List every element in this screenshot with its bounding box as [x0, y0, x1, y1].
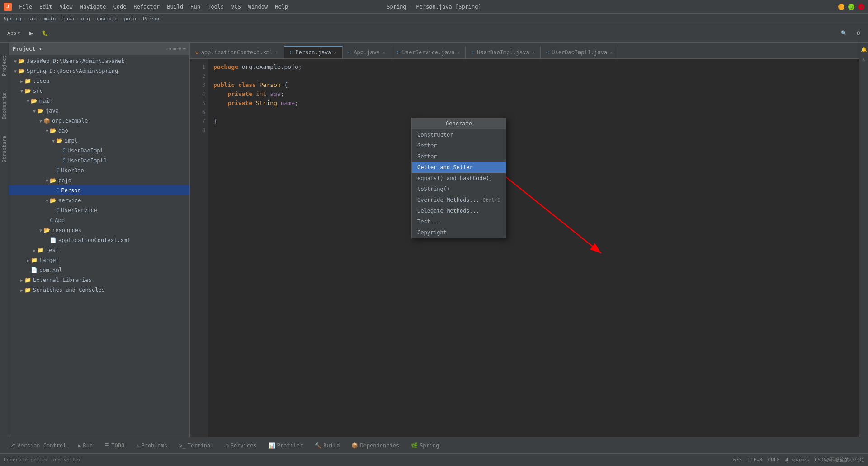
editor-tab-person-java[interactable]: CPerson.java× [284, 46, 343, 58]
cursor-position[interactable]: 6:5 [733, 457, 742, 463]
context-menu-item-test---[interactable]: Test... [412, 216, 506, 227]
menu-help[interactable]: Help [275, 4, 288, 10]
tree-item-impl[interactable]: ▼📂impl [9, 136, 189, 146]
indent-setting[interactable]: 4 spaces [785, 457, 809, 463]
tree-item-target[interactable]: ▶📁target [9, 255, 189, 265]
bottom-tab-profiler[interactable]: 📊 Profiler [263, 441, 309, 451]
bottom-tab-spring[interactable]: 🌿 Spring [406, 441, 444, 451]
tree-item-applicationcontext-xml[interactable]: 📄applicationContext.xml [9, 235, 189, 245]
close-button[interactable]: × [858, 4, 864, 10]
debug-button[interactable]: 🐛 [38, 29, 52, 38]
sidebar-tab-project[interactable]: Project [0, 52, 9, 80]
editor-tab-userdaoimpl-java[interactable]: CUserDaoImpl.java× [466, 46, 540, 58]
settings-button[interactable]: ⚙ [853, 29, 864, 38]
tree-item-java[interactable]: ▼📂java [9, 106, 189, 116]
tree-item-src[interactable]: ▼📂src [9, 86, 189, 96]
breadcrumb-part[interactable]: org [81, 16, 90, 22]
editor-tab-userservice-java[interactable]: CUserService.java× [391, 46, 466, 58]
hide-panel-icon[interactable]: − [183, 46, 186, 52]
breadcrumb-part[interactable]: java [62, 16, 75, 22]
tab-close-button[interactable]: × [457, 50, 460, 55]
context-menu-item-override-methods---[interactable]: Override Methods...Ctrl+O [412, 195, 506, 205]
expand-all-icon[interactable]: ⊕ [169, 46, 172, 52]
breadcrumb-part[interactable]: Spring [4, 16, 22, 22]
tree-item-external-libraries[interactable]: ▶📁External Libraries [9, 275, 189, 285]
bottom-tab-services[interactable]: ⚙ Services [220, 441, 262, 451]
editor-tab-app-java[interactable]: CApp.java× [343, 46, 391, 58]
run-config-button[interactable]: App ▾ [4, 29, 24, 38]
menu-vcs[interactable]: VCS [231, 4, 241, 10]
tree-item-scratches-and-consoles[interactable]: ▶📁Scratches and Consoles [9, 285, 189, 295]
tree-item-pojo[interactable]: ▼📂pojo [9, 176, 189, 185]
breadcrumb-part[interactable]: example [97, 16, 118, 22]
sidebar-tab-structure[interactable]: Structure [0, 132, 9, 166]
minimize-button[interactable]: − [838, 4, 844, 10]
context-menu-item-constructor[interactable]: Constructor [412, 129, 506, 140]
breadcrumb-part[interactable]: Person [143, 16, 161, 22]
tree-indent [11, 177, 44, 184]
tree-item-service[interactable]: ▼📂service [9, 195, 189, 205]
tree-item-spring-d--users-admin-spring[interactable]: ▼📂Spring D:\Users\Admin\Spring [9, 66, 189, 76]
notifications-icon[interactable]: 🔔 [861, 44, 867, 54]
tree-item-userdao[interactable]: CUserDao [9, 166, 189, 176]
menu-build[interactable]: Build [167, 4, 183, 10]
tab-close-button[interactable]: × [532, 50, 535, 55]
context-menu-item-setter[interactable]: Setter [412, 151, 506, 162]
tab-close-button[interactable]: × [334, 50, 337, 55]
line-separator[interactable]: CRLF [768, 457, 780, 463]
menu-code[interactable]: Code [113, 4, 127, 10]
tree-item-resources[interactable]: ▼📂resources [9, 225, 189, 235]
maximize-button[interactable]: □ [848, 4, 854, 10]
menu-window[interactable]: Window [248, 4, 268, 10]
editor-tab-applicationcontext-xml[interactable]: ⚙applicationContext.xml× [190, 46, 284, 58]
collapse-all-icon[interactable]: ≡ [173, 46, 176, 52]
bottom-tab-build[interactable]: 🔨 Build [309, 441, 345, 451]
tree-item-userdaoimpl[interactable]: CUserDaoImpl [9, 146, 189, 156]
context-menu-item-getter[interactable]: Getter [412, 140, 506, 151]
problems-sidebar-icon[interactable]: ⚠ [861, 55, 867, 64]
bottom-tab-version-control[interactable]: ⎇ Version Control [4, 441, 71, 451]
bottom-tab-run[interactable]: ▶ Run [72, 441, 98, 451]
tab-close-button[interactable]: × [610, 50, 613, 55]
search-everywhere-button[interactable]: 🔍 [837, 29, 851, 38]
context-menu-item-equals---and-hashcode--[interactable]: equals() and hashCode() [412, 173, 506, 184]
context-menu-item-copyright[interactable]: Copyright [412, 227, 506, 238]
code-editor[interactable]: package org.example.pojo; public class P… [208, 59, 859, 437]
menu-refactor[interactable]: Refactor [133, 4, 160, 10]
encoding[interactable]: UTF-8 [747, 457, 762, 463]
tree-item-org-example[interactable]: ▼📦org.example [9, 116, 189, 126]
bottom-tab-problems[interactable]: ⚠ Problems [131, 441, 173, 451]
bottom-tab-dependencies[interactable]: 📦 Dependencies [346, 441, 405, 451]
menu-view[interactable]: View [60, 4, 73, 10]
bottom-tab-todo[interactable]: ☰ TODO [99, 441, 130, 451]
panel-settings-icon[interactable]: ⚙ [178, 46, 181, 52]
breadcrumb-part[interactable]: src [28, 16, 37, 22]
tree-item-main[interactable]: ▼📂main [9, 96, 189, 106]
breadcrumb-part[interactable]: pojo [124, 16, 137, 22]
menu-navigate[interactable]: Navigate [80, 4, 106, 10]
tree-item-userdaoimpl1[interactable]: CUserDaoImpl1 [9, 156, 189, 166]
tree-item--idea[interactable]: ▶📁.idea [9, 76, 189, 86]
breadcrumb-part[interactable]: main [44, 16, 56, 22]
tab-close-button[interactable]: × [382, 50, 385, 55]
tree-arrow-icon: ▼ [44, 198, 50, 203]
context-menu-item-getter-and-setter[interactable]: Getter and Setter [412, 162, 506, 173]
context-menu-item-delegate-methods---[interactable]: Delegate Methods... [412, 205, 506, 216]
sidebar-tab-bookmarks[interactable]: Bookmarks [0, 89, 9, 123]
menu-edit[interactable]: Edit [39, 4, 52, 10]
menu-file[interactable]: File [19, 4, 32, 10]
tree-item-test[interactable]: ▶📁test [9, 245, 189, 255]
menu-tools[interactable]: Tools [208, 4, 224, 10]
tree-item-pom-xml[interactable]: 📄pom.xml [9, 265, 189, 275]
tree-item-app[interactable]: CApp [9, 215, 189, 225]
bottom-tab-terminal[interactable]: >_ Terminal [174, 441, 219, 451]
tab-close-button[interactable]: × [276, 50, 278, 55]
run-button[interactable]: ▶ [26, 29, 37, 38]
editor-tab-userdaoimpl--java[interactable]: CUserDaoImpl1.java× [541, 46, 618, 58]
tree-item-dao[interactable]: ▼📂dao [9, 126, 189, 136]
tree-item-userservice[interactable]: CUserService [9, 205, 189, 215]
context-menu-item-tostring--[interactable]: toString() [412, 184, 506, 195]
menu-run[interactable]: Run [190, 4, 200, 10]
tree-item-person[interactable]: CPerson [9, 185, 189, 195]
tree-item-javaweb-d--users-admin-javaweb[interactable]: ▼📂JavaWeb D:\Users\Admin\JavaWeb [9, 56, 189, 66]
